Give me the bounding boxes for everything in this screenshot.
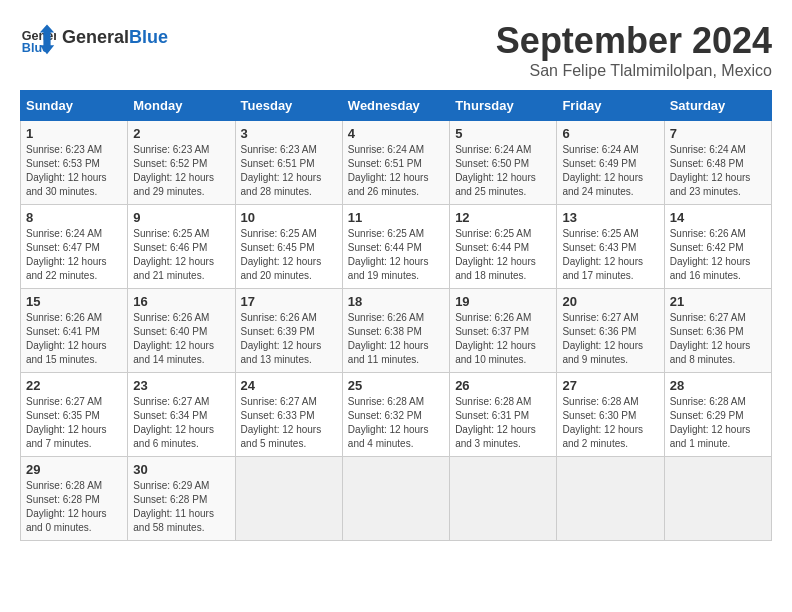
day-number: 14 [670,210,766,225]
calendar-cell: 7Sunrise: 6:24 AM Sunset: 6:48 PM Daylig… [664,121,771,205]
day-number: 24 [241,378,337,393]
calendar-cell: 26Sunrise: 6:28 AM Sunset: 6:31 PM Dayli… [450,373,557,457]
month-title: September 2024 [496,20,772,62]
day-number: 15 [26,294,122,309]
calendar-cell: 9Sunrise: 6:25 AM Sunset: 6:46 PM Daylig… [128,205,235,289]
day-info: Sunrise: 6:25 AM Sunset: 6:44 PM Dayligh… [348,227,444,283]
day-info: Sunrise: 6:28 AM Sunset: 6:28 PM Dayligh… [26,479,122,535]
day-info: Sunrise: 6:27 AM Sunset: 6:36 PM Dayligh… [670,311,766,367]
calendar-cell: 28Sunrise: 6:28 AM Sunset: 6:29 PM Dayli… [664,373,771,457]
calendar-cell [557,457,664,541]
day-info: Sunrise: 6:25 AM Sunset: 6:43 PM Dayligh… [562,227,658,283]
day-number: 25 [348,378,444,393]
calendar-week-2: 8Sunrise: 6:24 AM Sunset: 6:47 PM Daylig… [21,205,772,289]
calendar-cell: 27Sunrise: 6:28 AM Sunset: 6:30 PM Dayli… [557,373,664,457]
day-number: 1 [26,126,122,141]
calendar-week-3: 15Sunrise: 6:26 AM Sunset: 6:41 PM Dayli… [21,289,772,373]
day-info: Sunrise: 6:23 AM Sunset: 6:52 PM Dayligh… [133,143,229,199]
day-info: Sunrise: 6:24 AM Sunset: 6:48 PM Dayligh… [670,143,766,199]
calendar-cell: 10Sunrise: 6:25 AM Sunset: 6:45 PM Dayli… [235,205,342,289]
logo-icon: General Blue [20,20,56,56]
logo: General Blue GeneralBlue [20,20,168,56]
calendar-week-4: 22Sunrise: 6:27 AM Sunset: 6:35 PM Dayli… [21,373,772,457]
calendar-cell: 1Sunrise: 6:23 AM Sunset: 6:53 PM Daylig… [21,121,128,205]
day-info: Sunrise: 6:26 AM Sunset: 6:38 PM Dayligh… [348,311,444,367]
day-number: 2 [133,126,229,141]
day-number: 18 [348,294,444,309]
day-info: Sunrise: 6:24 AM Sunset: 6:49 PM Dayligh… [562,143,658,199]
day-info: Sunrise: 6:26 AM Sunset: 6:39 PM Dayligh… [241,311,337,367]
day-info: Sunrise: 6:29 AM Sunset: 6:28 PM Dayligh… [133,479,229,535]
day-number: 5 [455,126,551,141]
calendar-cell: 16Sunrise: 6:26 AM Sunset: 6:40 PM Dayli… [128,289,235,373]
calendar-cell: 4Sunrise: 6:24 AM Sunset: 6:51 PM Daylig… [342,121,449,205]
calendar-cell: 14Sunrise: 6:26 AM Sunset: 6:42 PM Dayli… [664,205,771,289]
day-number: 28 [670,378,766,393]
day-number: 23 [133,378,229,393]
calendar-body: 1Sunrise: 6:23 AM Sunset: 6:53 PM Daylig… [21,121,772,541]
weekday-wednesday: Wednesday [342,91,449,121]
calendar-cell [342,457,449,541]
calendar-header: SundayMondayTuesdayWednesdayThursdayFrid… [21,91,772,121]
calendar-cell: 13Sunrise: 6:25 AM Sunset: 6:43 PM Dayli… [557,205,664,289]
day-info: Sunrise: 6:23 AM Sunset: 6:53 PM Dayligh… [26,143,122,199]
calendar-cell: 23Sunrise: 6:27 AM Sunset: 6:34 PM Dayli… [128,373,235,457]
weekday-tuesday: Tuesday [235,91,342,121]
calendar-cell: 21Sunrise: 6:27 AM Sunset: 6:36 PM Dayli… [664,289,771,373]
day-number: 13 [562,210,658,225]
calendar-cell: 18Sunrise: 6:26 AM Sunset: 6:38 PM Dayli… [342,289,449,373]
day-number: 11 [348,210,444,225]
day-info: Sunrise: 6:25 AM Sunset: 6:46 PM Dayligh… [133,227,229,283]
day-number: 10 [241,210,337,225]
day-number: 29 [26,462,122,477]
day-number: 26 [455,378,551,393]
calendar-cell: 22Sunrise: 6:27 AM Sunset: 6:35 PM Dayli… [21,373,128,457]
calendar-cell: 12Sunrise: 6:25 AM Sunset: 6:44 PM Dayli… [450,205,557,289]
calendar-cell: 29Sunrise: 6:28 AM Sunset: 6:28 PM Dayli… [21,457,128,541]
day-info: Sunrise: 6:28 AM Sunset: 6:30 PM Dayligh… [562,395,658,451]
weekday-friday: Friday [557,91,664,121]
day-info: Sunrise: 6:27 AM Sunset: 6:36 PM Dayligh… [562,311,658,367]
day-info: Sunrise: 6:26 AM Sunset: 6:40 PM Dayligh… [133,311,229,367]
title-area: September 2024 San Felipe Tlalmimilolpan… [496,20,772,80]
day-number: 21 [670,294,766,309]
calendar-cell: 25Sunrise: 6:28 AM Sunset: 6:32 PM Dayli… [342,373,449,457]
calendar-cell [664,457,771,541]
day-info: Sunrise: 6:23 AM Sunset: 6:51 PM Dayligh… [241,143,337,199]
day-info: Sunrise: 6:28 AM Sunset: 6:29 PM Dayligh… [670,395,766,451]
weekday-header-row: SundayMondayTuesdayWednesdayThursdayFrid… [21,91,772,121]
day-info: Sunrise: 6:24 AM Sunset: 6:47 PM Dayligh… [26,227,122,283]
day-info: Sunrise: 6:25 AM Sunset: 6:45 PM Dayligh… [241,227,337,283]
calendar-week-1: 1Sunrise: 6:23 AM Sunset: 6:53 PM Daylig… [21,121,772,205]
day-number: 22 [26,378,122,393]
day-number: 16 [133,294,229,309]
calendar-cell: 11Sunrise: 6:25 AM Sunset: 6:44 PM Dayli… [342,205,449,289]
day-number: 4 [348,126,444,141]
calendar-table: SundayMondayTuesdayWednesdayThursdayFrid… [20,90,772,541]
page-header: General Blue GeneralBlue September 2024 … [20,20,772,80]
calendar-cell: 30Sunrise: 6:29 AM Sunset: 6:28 PM Dayli… [128,457,235,541]
day-info: Sunrise: 6:27 AM Sunset: 6:35 PM Dayligh… [26,395,122,451]
day-number: 6 [562,126,658,141]
calendar-week-5: 29Sunrise: 6:28 AM Sunset: 6:28 PM Dayli… [21,457,772,541]
day-number: 19 [455,294,551,309]
calendar-cell: 20Sunrise: 6:27 AM Sunset: 6:36 PM Dayli… [557,289,664,373]
calendar-cell: 24Sunrise: 6:27 AM Sunset: 6:33 PM Dayli… [235,373,342,457]
day-info: Sunrise: 6:27 AM Sunset: 6:34 PM Dayligh… [133,395,229,451]
day-info: Sunrise: 6:25 AM Sunset: 6:44 PM Dayligh… [455,227,551,283]
day-number: 17 [241,294,337,309]
day-info: Sunrise: 6:24 AM Sunset: 6:50 PM Dayligh… [455,143,551,199]
weekday-sunday: Sunday [21,91,128,121]
day-number: 8 [26,210,122,225]
weekday-saturday: Saturday [664,91,771,121]
day-info: Sunrise: 6:24 AM Sunset: 6:51 PM Dayligh… [348,143,444,199]
day-info: Sunrise: 6:28 AM Sunset: 6:31 PM Dayligh… [455,395,551,451]
calendar-cell: 3Sunrise: 6:23 AM Sunset: 6:51 PM Daylig… [235,121,342,205]
day-number: 9 [133,210,229,225]
calendar-cell: 5Sunrise: 6:24 AM Sunset: 6:50 PM Daylig… [450,121,557,205]
weekday-monday: Monday [128,91,235,121]
day-info: Sunrise: 6:27 AM Sunset: 6:33 PM Dayligh… [241,395,337,451]
day-info: Sunrise: 6:26 AM Sunset: 6:37 PM Dayligh… [455,311,551,367]
day-number: 12 [455,210,551,225]
day-info: Sunrise: 6:26 AM Sunset: 6:41 PM Dayligh… [26,311,122,367]
